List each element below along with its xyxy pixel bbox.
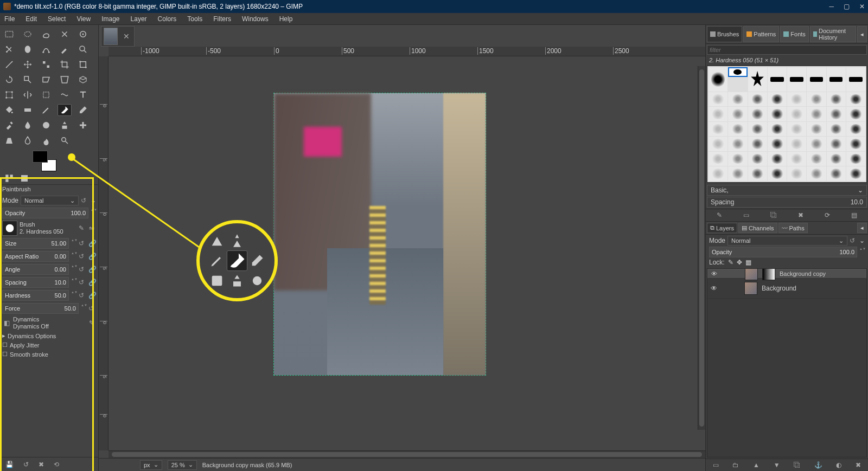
layer-mode-select[interactable]: Normal⌄: [727, 236, 847, 246]
save-preset-icon[interactable]: 💾: [5, 461, 14, 468]
brush-swatch[interactable]: [709, 166, 727, 181]
brush-swatch[interactable]: [768, 92, 787, 107]
brush-swatch[interactable]: [787, 122, 806, 137]
brush-swatch[interactable]: [709, 107, 727, 121]
layer-down-icon[interactable]: ▼: [774, 461, 780, 469]
menu-layer[interactable]: Layer: [129, 14, 149, 24]
tool-measure[interactable]: [2, 59, 16, 70]
brush-swatch[interactable]: [807, 67, 826, 92]
brush-swatch[interactable]: [728, 152, 747, 166]
tool-by-color-select[interactable]: [76, 28, 90, 40]
brush-swatch[interactable]: [728, 137, 747, 151]
mask-icon[interactable]: ◐: [836, 461, 841, 469]
brush-swatch[interactable]: [807, 137, 826, 151]
tool-dodge[interactable]: [58, 134, 72, 146]
brush-spacing-slider[interactable]: Spacing10.0: [707, 197, 867, 208]
tool-free-select[interactable]: [39, 28, 53, 40]
ruler-horizontal[interactable]: -1000-50005001000150020002500: [108, 47, 705, 56]
refresh-brush-icon[interactable]: ⟳: [825, 211, 830, 219]
lock-alpha-icon[interactable]: ▦: [745, 259, 751, 266]
tool-blur[interactable]: [21, 134, 35, 146]
tool-perspective[interactable]: [58, 74, 72, 86]
brush-swatch[interactable]: [787, 67, 806, 92]
mode-select[interactable]: Normal⌄: [21, 196, 79, 205]
menu-view[interactable]: View: [74, 14, 93, 24]
image-canvas[interactable]: [274, 93, 486, 375]
menu-image[interactable]: Image: [99, 14, 122, 24]
brush-swatch[interactable]: [748, 122, 767, 137]
tooloptions-tab2-icon[interactable]: [17, 172, 31, 184]
panel-menu-icon[interactable]: ◂: [857, 26, 867, 42]
duplicate-brush-icon[interactable]: ⿻: [770, 211, 777, 219]
tool-scale[interactable]: [21, 74, 35, 86]
menu-select[interactable]: Select: [46, 14, 68, 24]
tool-shear[interactable]: [39, 74, 53, 86]
brush-swatch[interactable]: [807, 107, 826, 121]
force-slider[interactable]: Force50.0: [2, 303, 79, 314]
brush-swatch[interactable]: [827, 92, 846, 107]
brush-swatch[interactable]: [807, 122, 826, 137]
unit-select[interactable]: px⌄: [140, 460, 162, 470]
apply-jitter-checkbox[interactable]: ☐Apply Jitter: [2, 341, 96, 349]
minimize-button[interactable]: ─: [829, 3, 834, 10]
layer-row[interactable]: 👁Background: [707, 279, 866, 299]
tool-paintbrush[interactable]: [58, 104, 72, 116]
brush-swatch[interactable]: [846, 152, 865, 166]
restore-preset-icon[interactable]: ↺: [23, 461, 29, 468]
layer-up-icon[interactable]: ▲: [753, 461, 760, 469]
brush-swatch[interactable]: [827, 137, 846, 151]
reset-preset-icon[interactable]: ⟲: [54, 461, 59, 468]
brush-swatch[interactable]: [709, 152, 727, 166]
tool-align[interactable]: [39, 59, 53, 70]
tool-flip[interactable]: [21, 89, 35, 101]
brush-swatch[interactable]: [846, 137, 865, 151]
brush-swatch[interactable]: [768, 137, 787, 151]
tool-clone[interactable]: [58, 119, 72, 131]
opacity-spinner[interactable]: ▲▼: [91, 208, 96, 218]
tool-rect-select[interactable]: [2, 28, 16, 40]
menu-windows[interactable]: Windows: [240, 14, 271, 24]
brush-thumbnail[interactable]: [2, 221, 17, 236]
brush-swatch[interactable]: [768, 67, 787, 92]
tool-smudge[interactable]: [39, 134, 53, 146]
layer-row[interactable]: 👁Background copy: [707, 269, 866, 279]
brush-swatch[interactable]: [787, 152, 806, 166]
brush-swatch[interactable]: [728, 67, 747, 77]
tool-perspective-clone[interactable]: [2, 134, 16, 146]
tool-eraser[interactable]: [76, 104, 90, 116]
menu-file[interactable]: File: [2, 14, 17, 24]
dynamics-icon[interactable]: ◧: [2, 319, 11, 327]
tool-rotate[interactable]: [2, 74, 16, 86]
tool-crop[interactable]: [58, 59, 72, 70]
vertical-scrollbar[interactable]: [698, 66, 705, 430]
brush-swatch[interactable]: [709, 137, 727, 151]
brush-filter-input[interactable]: [707, 45, 867, 55]
tool-fuzzy-select[interactable]: [58, 28, 72, 40]
lock-position-icon[interactable]: ✥: [737, 259, 742, 266]
brush-swatch[interactable]: [709, 92, 727, 107]
layer-visibility-icon[interactable]: 👁: [711, 270, 720, 277]
tool-3d-transform[interactable]: [76, 74, 90, 86]
aspect-slider[interactable]: Aspect Ratio0.00: [2, 251, 69, 262]
spacing-slider[interactable]: Spacing10.0: [2, 277, 69, 288]
menu-colors[interactable]: Colors: [156, 14, 179, 24]
tool-text[interactable]: [76, 89, 90, 101]
tool-handle-transform[interactable]: [2, 89, 16, 101]
tool-color-picker[interactable]: [58, 43, 72, 55]
tool-ink[interactable]: [21, 119, 35, 131]
delete-preset-icon[interactable]: ✖: [39, 461, 44, 468]
brush-swatch[interactable]: [787, 166, 806, 181]
layer-name[interactable]: Background: [762, 285, 796, 292]
brush-swatch[interactable]: [748, 137, 767, 151]
tool-move[interactable]: [21, 59, 35, 70]
duplicate-layer-icon[interactable]: ⿻: [794, 461, 800, 469]
maximize-button[interactable]: ▢: [844, 3, 850, 10]
lock-pixels-icon[interactable]: ✎: [728, 259, 733, 266]
dynamics-edit-icon[interactable]: ✎: [87, 319, 96, 327]
edit-brush-icon[interactable]: ✎: [717, 211, 722, 219]
tool-foreground-select[interactable]: [21, 43, 35, 55]
tool-paths[interactable]: [39, 43, 53, 55]
tool-pencil[interactable]: [39, 104, 53, 116]
merge-down-icon[interactable]: ⚓: [814, 461, 822, 469]
ruler-vertical[interactable]: 0505050: [99, 56, 108, 450]
